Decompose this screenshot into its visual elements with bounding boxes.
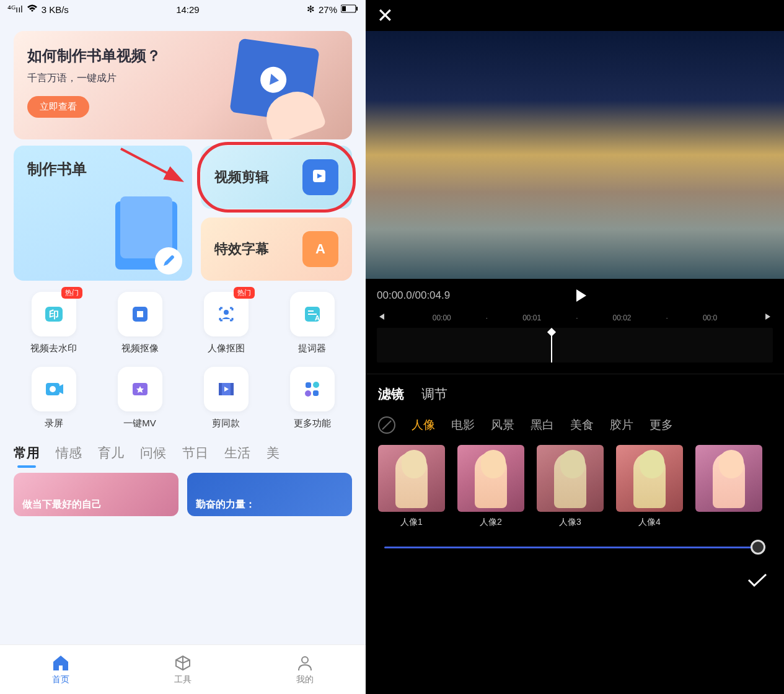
nav-tools[interactable]: 工具 bbox=[122, 645, 244, 694]
card-title: 视频剪辑 bbox=[214, 168, 269, 187]
tool-label: 更多功能 bbox=[294, 418, 331, 429]
banner-cta-button[interactable]: 立即查看 bbox=[27, 96, 89, 118]
filter-label: 人像2 bbox=[457, 517, 524, 528]
cat-bw[interactable]: 黑白 bbox=[531, 417, 554, 433]
banner-illustration bbox=[209, 43, 340, 130]
svg-point-23 bbox=[302, 657, 308, 663]
template-card[interactable]: 勤奋的力量： bbox=[187, 473, 352, 516]
filter-label: 人像3 bbox=[537, 517, 604, 528]
video-edit-card[interactable]: 视频剪辑 bbox=[201, 146, 352, 209]
edit-mode-tabs: 滤镜 调节 bbox=[366, 374, 784, 410]
close-icon[interactable]: ✕ bbox=[377, 4, 394, 27]
svg-text:印: 印 bbox=[49, 309, 59, 320]
filter-preset[interactable]: 人像2 bbox=[457, 445, 524, 528]
svg-point-8 bbox=[224, 310, 229, 315]
cat-food[interactable]: 美食 bbox=[570, 417, 594, 433]
playhead[interactable] bbox=[551, 332, 552, 362]
tool-one-click-mv[interactable]: 一键MV bbox=[100, 367, 180, 429]
nav-home[interactable]: 首页 bbox=[0, 645, 122, 694]
tab-adjust[interactable]: 调节 bbox=[421, 385, 447, 403]
battery-percent: 27% bbox=[319, 4, 337, 15]
svg-rect-1 bbox=[342, 6, 346, 11]
svg-rect-22 bbox=[313, 390, 319, 396]
promo-banner[interactable]: 如何制作书单视频？ 千言万语，一键成片 立即查看 bbox=[14, 31, 352, 139]
filter-preset[interactable] bbox=[695, 445, 762, 528]
cat-film[interactable]: 胶片 bbox=[610, 417, 633, 433]
tool-portrait-cutout[interactable]: 热门 人像抠图 bbox=[186, 292, 266, 354]
filter-presets: 人像1 人像2 人像3 人像4 bbox=[366, 445, 784, 528]
tab-parenting[interactable]: 育儿 bbox=[98, 444, 124, 462]
timeline-track[interactable] bbox=[377, 328, 773, 362]
filter-preset[interactable]: 人像4 bbox=[616, 445, 683, 528]
tool-remove-watermark[interactable]: 热门 印 视频去水印 bbox=[14, 292, 94, 354]
app-home-screen: ⁴ᴳııl 3 KB/s 14:29 ✻ 27% 如何制作书单视频？ 千言万语，… bbox=[0, 0, 366, 694]
cat-scenery[interactable]: 风景 bbox=[491, 417, 514, 433]
status-bar: ⁴ᴳııl 3 KB/s 14:29 ✻ 27% bbox=[0, 0, 366, 19]
filter-thumbnail bbox=[616, 445, 683, 512]
cat-movie[interactable]: 电影 bbox=[451, 417, 475, 433]
svg-point-21 bbox=[305, 390, 311, 397]
video-edit-icon bbox=[302, 159, 338, 195]
skip-next-icon[interactable] bbox=[764, 312, 773, 323]
bluetooth-icon: ✻ bbox=[307, 4, 315, 15]
svg-rect-2 bbox=[356, 7, 358, 11]
template-card[interactable]: 做当下最好的自己 bbox=[14, 473, 178, 516]
svg-point-20 bbox=[313, 382, 319, 388]
tools-icon bbox=[174, 654, 192, 672]
tools-grid: 热门 印 视频去水印 视频抠像 热门 人像抠图 A 提词器 录屏 一键MV 剪同… bbox=[14, 292, 352, 429]
tab-filter[interactable]: 滤镜 bbox=[378, 385, 404, 403]
tab-greeting[interactable]: 问候 bbox=[140, 444, 166, 462]
filter-thumbnail bbox=[378, 445, 445, 512]
tool-label: 剪同款 bbox=[212, 418, 240, 429]
timeline-ticks: 00:00· 00:01· 00:02· 00:0 bbox=[433, 314, 717, 322]
tool-more-features[interactable]: 更多功能 bbox=[272, 367, 352, 429]
svg-text:A: A bbox=[315, 314, 320, 322]
tool-video-cutout[interactable]: 视频抠像 bbox=[100, 292, 180, 354]
tool-screen-record[interactable]: 录屏 bbox=[14, 367, 94, 429]
play-button[interactable] bbox=[573, 288, 589, 304]
intensity-slider[interactable] bbox=[366, 528, 784, 555]
clock: 14:29 bbox=[176, 4, 200, 15]
skip-prev-icon[interactable] bbox=[377, 312, 385, 323]
editor-header: ✕ bbox=[366, 0, 784, 31]
cat-more[interactable]: 更多 bbox=[650, 417, 673, 433]
tab-beauty[interactable]: 美 bbox=[266, 444, 280, 462]
confirm-check-icon[interactable] bbox=[747, 572, 768, 592]
tab-emotion[interactable]: 情感 bbox=[56, 444, 82, 462]
video-editor-screen: ✕ 00:00.0/00:04.9 00:00· 00:01· 00:02· 0… bbox=[366, 0, 784, 694]
home-icon bbox=[51, 654, 70, 672]
video-preview[interactable] bbox=[366, 31, 784, 279]
annotation-arrow bbox=[118, 146, 192, 189]
filter-preset[interactable]: 人像3 bbox=[537, 445, 604, 528]
filter-preset[interactable]: 人像1 bbox=[378, 445, 445, 528]
tab-festival[interactable]: 节日 bbox=[182, 444, 208, 462]
filter-label: 人像4 bbox=[616, 517, 683, 528]
tab-common[interactable]: 常用 bbox=[14, 444, 40, 462]
subtitle-effect-card[interactable]: 特效字幕 A bbox=[201, 217, 352, 281]
profile-icon bbox=[296, 654, 314, 672]
bottom-navigation: 首页 工具 我的 bbox=[0, 644, 366, 694]
tab-life[interactable]: 生活 bbox=[224, 444, 250, 462]
timeline[interactable]: 00:00· 00:01· 00:02· 00:0 bbox=[366, 312, 784, 374]
time-display: 00:00.0/00:04.9 bbox=[377, 289, 450, 302]
filter-categories: 人像 电影 风景 黑白 美食 胶片 更多 bbox=[366, 410, 784, 445]
network-speed: 3 KB/s bbox=[42, 4, 69, 15]
document-icon bbox=[115, 201, 177, 270]
filter-thumbnail bbox=[457, 445, 524, 512]
card-title: 特效字幕 bbox=[214, 240, 269, 258]
wifi-icon bbox=[27, 4, 38, 15]
battery-icon bbox=[341, 4, 358, 15]
template-category-tabs: 常用 情感 育儿 问候 节日 生活 美 bbox=[14, 444, 352, 462]
tool-teleprompter[interactable]: A 提词器 bbox=[272, 292, 352, 354]
slider-thumb[interactable] bbox=[751, 540, 765, 555]
cat-portrait[interactable]: 人像 bbox=[412, 417, 435, 433]
no-filter-icon[interactable] bbox=[378, 416, 395, 434]
nav-profile[interactable]: 我的 bbox=[244, 645, 366, 694]
filter-thumbnail bbox=[695, 445, 762, 512]
signal-icon: ⁴ᴳııl bbox=[7, 4, 23, 15]
tool-label: 一键MV bbox=[123, 418, 156, 429]
tool-cut-same-style[interactable]: 剪同款 bbox=[186, 367, 266, 429]
svg-rect-18 bbox=[231, 383, 234, 395]
template-cards: 做当下最好的自己 勤奋的力量： bbox=[14, 473, 352, 516]
filter-thumbnail bbox=[537, 445, 604, 512]
